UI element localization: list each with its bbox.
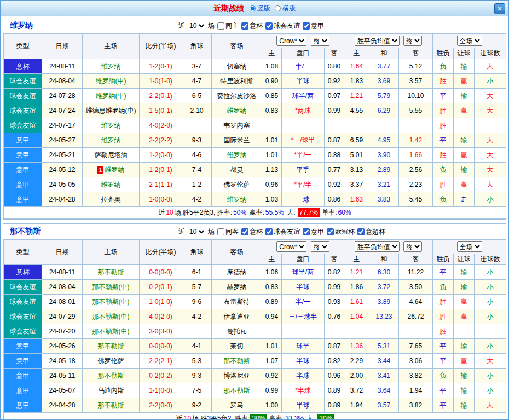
away-team-link[interactable]: 切塞纳 <box>227 62 247 70</box>
handicap-result: 赢 <box>454 74 475 89</box>
avg-selector-cell: 胜平负均值 终 <box>344 34 433 48</box>
away-team-link[interactable]: 维罗纳 <box>227 107 247 114</box>
filter-checkbox[interactable]: 球会友谊 <box>263 21 300 31</box>
away-team-link[interactable]: 都灵 <box>230 166 244 174</box>
home-team-link[interactable]: 维罗纳 <box>105 166 124 174</box>
away-team-link[interactable]: 国际米兰 <box>224 136 250 144</box>
home-team-link[interactable]: 那不勒斯 <box>98 342 124 350</box>
away-team-link[interactable]: 博洛尼亚 <box>224 372 250 379</box>
away-team-link[interactable]: 特里波利斯 <box>221 77 253 85</box>
vertical-layout-label[interactable]: 竖版 <box>257 4 270 13</box>
home-team-link[interactable]: 拉齐奥 <box>101 195 121 203</box>
home-team-link[interactable]: 维罗纳(中) <box>96 77 126 85</box>
avg-odds: 3.83 <box>369 192 399 207</box>
checkbox-input[interactable] <box>217 22 224 30</box>
avg-time-select[interactable]: 终 <box>403 36 422 46</box>
filter-checkbox[interactable]: 意杯 <box>239 21 263 31</box>
home-team-link[interactable]: 那不勒斯 <box>98 372 124 379</box>
checkbox-input[interactable] <box>357 228 365 235</box>
col-header-corner: 角球 <box>182 240 212 265</box>
corners: 4-2 <box>182 309 212 324</box>
checkbox-input[interactable] <box>327 228 334 235</box>
filter-checkbox[interactable]: 意杯 <box>239 227 263 237</box>
filter-checkbox[interactable]: 意甲 <box>300 21 324 31</box>
away-cell: 费拉尔皮沙洛 <box>212 89 262 103</box>
odds-time-select[interactable]: 终 <box>311 241 329 252</box>
checkbox-input[interactable] <box>265 22 273 30</box>
home-team-link[interactable]: 那不勒斯 <box>98 268 124 276</box>
checkbox-input[interactable] <box>265 228 273 235</box>
odds-source-select[interactable]: Crow* <box>276 36 306 46</box>
scope-select[interactable]: 全场 <box>457 36 482 46</box>
away-team-link[interactable]: 莱切 <box>230 342 244 350</box>
filter-checkbox[interactable]: 欧冠杯 <box>324 227 355 237</box>
away-cell: 罗马 <box>212 398 262 413</box>
match-row: 意甲24-05-21萨勒尼塔纳1-2(0-0)4-6维罗纳1.01*半/一0.8… <box>4 148 506 163</box>
home-team-link[interactable]: 那不勒斯(中) <box>92 283 130 291</box>
filter-checkbox[interactable]: 球会友谊 <box>263 227 300 237</box>
odds-time-select[interactable]: 终 <box>311 36 329 46</box>
filter-checkbox[interactable]: 意甲 <box>300 227 324 237</box>
away-team-link[interactable]: 罗马 <box>230 401 244 409</box>
recent-count-select[interactable]: 10 <box>187 21 206 31</box>
odds-source-select[interactable]: Crow* <box>276 241 306 252</box>
home-team-link[interactable]: 维罗纳 <box>101 62 121 70</box>
filter-checkbox[interactable]: 同客 <box>215 227 239 237</box>
away-team-link[interactable]: 费拉尔皮沙洛 <box>217 92 257 100</box>
horizontal-layout-label[interactable]: 横版 <box>282 4 296 13</box>
filter-checkbox[interactable]: 同主 <box>215 21 239 31</box>
avg-odds: 3.72 <box>369 280 399 295</box>
away-cell: 特里波利斯 <box>212 74 262 89</box>
match-date: 24-07-28 <box>42 89 83 103</box>
home-team-link[interactable]: 那不勒斯(中) <box>92 298 130 306</box>
home-team-link[interactable]: 维罗纳 <box>101 181 121 188</box>
recent-count-select[interactable]: 10 <box>187 227 206 237</box>
scope-select[interactable]: 全场 <box>457 241 482 252</box>
avg-time-select[interactable]: 终 <box>403 241 422 252</box>
away-team-link[interactable]: 韦罗内塞 <box>224 122 250 129</box>
home-team-link[interactable]: 萨勒尼塔纳 <box>95 151 128 159</box>
checkbox-input[interactable] <box>217 228 224 235</box>
home-cell-content: 那不勒斯(中) <box>92 298 130 306</box>
home-team-link[interactable]: 维罗纳(中) <box>96 92 126 100</box>
home-team-link[interactable]: 佛罗伦萨 <box>98 357 124 365</box>
away-team-link[interactable]: 维罗纳 <box>227 151 247 159</box>
horizontal-layout-radio[interactable] <box>275 5 281 11</box>
away-team-link[interactable]: 曼托瓦 <box>227 327 247 335</box>
handicap-result <box>454 118 475 133</box>
home-team-link[interactable]: 维德思维罗纳(中) <box>86 107 136 114</box>
odds-home: 1.00 <box>262 398 282 413</box>
close-icon[interactable]: ✕ <box>494 3 505 14</box>
away-team-link[interactable]: 布雷斯特 <box>224 298 250 306</box>
away-team-link[interactable]: 那不勒斯 <box>224 357 250 365</box>
col-header-corner: 角球 <box>182 34 212 59</box>
handicap-line: 球半 <box>282 339 325 354</box>
away-team-link[interactable]: 维罗纳 <box>227 195 247 203</box>
home-cell-content: 维罗纳 <box>101 122 121 129</box>
checkbox-input[interactable] <box>303 228 310 235</box>
home-team-link[interactable]: 维罗纳 <box>101 122 121 129</box>
away-team-link[interactable]: 伊拿迪亚 <box>224 313 250 320</box>
filter-checkbox[interactable]: 意超杯 <box>355 227 385 237</box>
home-team-link[interactable]: 维罗纳 <box>101 136 121 144</box>
away-team-link[interactable]: 那不勒斯 <box>224 387 250 394</box>
home-team-link[interactable]: 乌迪内斯 <box>98 387 124 394</box>
avg-source-select[interactable]: 胜平负均值 <box>355 241 400 252</box>
home-team-link[interactable]: 那不勒斯(中) <box>92 327 130 335</box>
home-team-link[interactable]: 那不勒斯 <box>98 401 124 409</box>
vertical-layout-radio[interactable] <box>250 5 256 11</box>
match-row: 意甲24-05-05维罗纳2-1(1-1)1-2佛罗伦萨0.96*平/半0.92… <box>4 177 506 192</box>
home-team-link[interactable]: 那不勒斯(中) <box>92 313 130 320</box>
avg-odds: 3.69 <box>369 74 399 89</box>
checkbox-input[interactable] <box>303 22 310 30</box>
away-cell: 莱切 <box>212 339 262 354</box>
checkbox-input[interactable] <box>241 228 248 235</box>
away-team-link[interactable]: 摩德纳 <box>227 268 247 276</box>
avg-source-select[interactable]: 胜平负均值 <box>355 36 400 46</box>
odds-home: 1.07 <box>262 354 282 369</box>
checkbox-input[interactable] <box>241 22 248 30</box>
away-team-link[interactable]: 赫罗纳 <box>227 283 247 291</box>
match-date: 24-08-11 <box>42 59 83 74</box>
col-header-handicap-result: 让球 <box>454 254 475 265</box>
away-team-link[interactable]: 佛罗伦萨 <box>224 181 250 188</box>
